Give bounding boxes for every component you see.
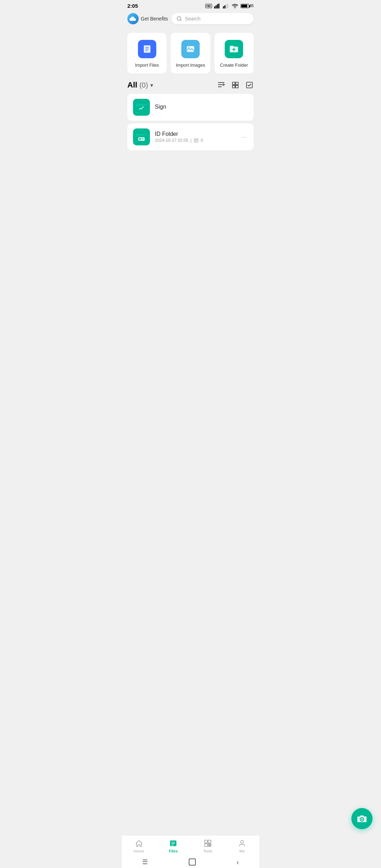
id-folder-count: 0 (201, 138, 203, 143)
all-label: All (127, 80, 137, 90)
svg-rect-1 (216, 5, 217, 8)
grid-view-button[interactable] (231, 81, 240, 89)
cloud-icon (127, 13, 139, 24)
hd-icon: HD (205, 4, 212, 8)
import-files-button[interactable]: Import Files (127, 33, 167, 73)
sign-folder-info: Sign (155, 104, 248, 111)
import-files-label: Import Files (135, 62, 159, 68)
id-folder-name: ID Folder (155, 131, 235, 137)
wifi-icon (232, 4, 238, 8)
status-time: 2:05 (127, 3, 138, 9)
all-count: (0) (139, 81, 148, 89)
svg-rect-29 (136, 104, 141, 106)
svg-line-10 (180, 20, 181, 21)
create-folder-icon-bg (225, 40, 243, 58)
id-folder-more-button[interactable]: ··· (240, 132, 248, 142)
search-placeholder: Search (185, 16, 200, 22)
svg-rect-24 (232, 85, 235, 88)
import-images-label: Import Images (176, 62, 205, 68)
svg-rect-2 (217, 4, 218, 8)
id-folder-icon (133, 128, 150, 145)
sort-button[interactable] (217, 81, 225, 89)
svg-rect-34 (139, 138, 141, 140)
id-folder-date: 2024-10-27 02:05 (155, 138, 188, 143)
signal-icon (214, 4, 220, 8)
import-images-icon-bg (181, 40, 200, 58)
header: Get Benefits Search (122, 10, 259, 29)
svg-point-8 (235, 7, 236, 8)
search-bar[interactable]: Search (171, 13, 254, 24)
svg-rect-7 (227, 4, 228, 8)
svg-rect-25 (236, 85, 238, 88)
all-section: All (0) ▾ (122, 78, 259, 155)
folder-item-id[interactable]: ID Folder 2024-10-27 02:05 | 0 ··· (127, 123, 254, 150)
sign-folder-name: Sign (155, 104, 248, 110)
id-folder-info: ID Folder 2024-10-27 02:05 | 0 (155, 131, 235, 143)
battery-icon: 85 (241, 4, 254, 8)
folder-list: Sign ID Folder 2024-10- (127, 94, 254, 150)
status-icons: HD 85 (205, 4, 254, 8)
search-icon (176, 16, 182, 22)
all-filter-dropdown[interactable]: All (0) ▾ (127, 80, 153, 90)
create-folder-label: Create Folder (220, 62, 248, 68)
import-files-icon-bg (138, 40, 156, 58)
svg-rect-6 (226, 4, 227, 8)
id-folder-meta: 2024-10-27 02:05 | 0 (155, 138, 235, 143)
svg-rect-4 (223, 6, 224, 8)
import-images-button[interactable]: Import Images (171, 33, 210, 73)
create-folder-button[interactable]: Create Folder (214, 33, 254, 73)
get-benefits-button[interactable]: Get Benefits (127, 13, 168, 24)
view-controls (217, 81, 254, 89)
status-bar: 2:05 HD 85 (122, 0, 259, 10)
svg-point-9 (177, 17, 181, 20)
signal2-icon (223, 4, 229, 8)
folder-item-sign[interactable]: Sign (127, 94, 254, 121)
get-benefits-label: Get Benefits (141, 16, 168, 22)
dropdown-arrow-icon: ▾ (150, 82, 153, 89)
svg-rect-22 (232, 82, 235, 85)
select-all-button[interactable] (245, 81, 254, 89)
svg-rect-28 (136, 106, 147, 112)
all-header: All (0) ▾ (127, 80, 254, 90)
svg-rect-23 (236, 82, 238, 85)
svg-rect-32 (136, 134, 141, 136)
sign-folder-icon (133, 99, 150, 116)
quick-actions: Import Files Import Images Create Folder (122, 29, 259, 78)
svg-rect-3 (218, 4, 219, 8)
svg-rect-5 (224, 5, 225, 8)
svg-rect-0 (214, 6, 215, 8)
separator: | (190, 138, 192, 143)
